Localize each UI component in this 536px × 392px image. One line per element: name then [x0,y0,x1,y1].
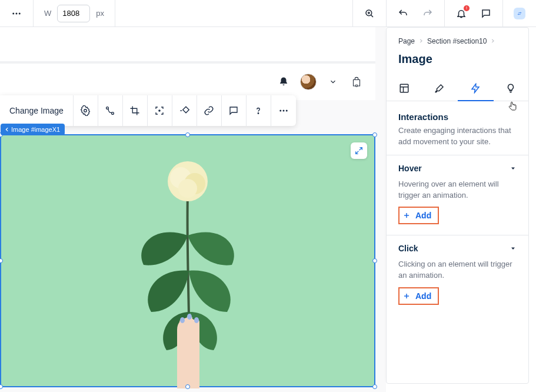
ellipsis-icon [11,8,22,19]
selected-image[interactable] [0,134,375,387]
width-label: W [44,9,51,18]
comment-icon [228,105,239,116]
floating-toolbar: Change Image [0,95,296,126]
link-icon [204,105,214,116]
add-click-highlight: Add [398,287,439,305]
canvas-top-gap [0,27,375,64]
tab-design[interactable] [422,75,457,101]
help-button[interactable] [247,95,271,126]
focal-icon [154,105,165,116]
svg-point-0 [12,12,14,14]
link-button[interactable] [197,95,222,126]
caret-down-icon [510,165,517,172]
svg-point-2 [19,12,21,14]
svg-marker-33 [511,248,515,250]
more-menu[interactable] [0,0,34,26]
svg-point-12 [258,113,259,114]
tab-interactions[interactable] [458,75,493,101]
add-hover-button[interactable]: Add [400,208,437,222]
resize-handle[interactable] [185,384,190,389]
help-icon [253,105,264,116]
svg-rect-11 [183,107,189,113]
account-menu[interactable] [327,76,339,88]
crop-icon [129,105,140,116]
trigger-hover: Hover Hovering over an element will trig… [387,155,528,235]
resize-handle[interactable] [372,258,377,263]
comm-controls: ! [444,0,502,26]
inspector-panel: Page Section #section10 Image Interactio… [386,27,529,384]
site-header: 0 [0,64,375,100]
width-unit: px [96,9,104,18]
svg-point-15 [286,110,288,112]
zoom-in-icon [364,8,375,19]
svg-point-25 [194,317,199,323]
svg-marker-30 [511,167,515,170]
focal-point-button[interactable] [148,95,172,126]
svg-point-7 [84,109,87,112]
width-input[interactable] [57,5,90,22]
svg-marker-29 [472,84,479,92]
undo-button[interactable] [397,8,409,19]
site-bell-icon[interactable] [278,76,289,88]
breadcrumb-item[interactable]: Page [398,37,415,45]
trigger-description: Clicking on an element will trigger an a… [398,259,517,281]
settings-button[interactable] [74,95,98,126]
comment-tool-button[interactable] [222,95,247,126]
crop-button[interactable] [123,95,148,126]
trigger-toggle[interactable]: Click [398,244,517,253]
chevron-right-icon [490,37,495,45]
svg-point-19 [178,179,197,198]
change-image-button[interactable]: Change Image [0,95,74,126]
selection-tag-label: Image #imageX1 [11,126,60,133]
resize-handle[interactable] [372,384,377,389]
expand-icon [354,146,364,155]
add-label: Add [415,211,431,220]
plus-icon [402,292,411,300]
resize-handle[interactable] [0,258,3,263]
mask-button[interactable] [172,95,197,126]
breadcrumb-item[interactable]: Section #section10 [427,37,487,45]
canvas-area: 0 Change Image [0,27,386,392]
switch-icon [514,8,525,19]
chevron-left-icon [4,127,10,132]
cart-count: 0 [355,83,358,88]
add-click-button[interactable]: Add [400,289,437,303]
breadcrumb: Page Section #section10 [387,28,528,49]
change-image-label: Change Image [9,106,64,115]
zoom-button[interactable] [352,0,386,26]
cart-button[interactable]: 0 [349,74,364,89]
lightning-icon [470,83,481,94]
svg-point-10 [159,110,160,111]
svg-rect-21 [187,315,192,346]
more-tools-button[interactable] [271,95,296,126]
tab-tips[interactable] [493,75,528,101]
svg-point-1 [16,12,18,14]
caret-down-icon [510,245,517,252]
switch-mode[interactable] [502,0,536,26]
selection-tag[interactable]: Image #imageX1 [1,124,65,135]
svg-line-4 [371,15,373,16]
topbar-left: W px [0,0,115,26]
trigger-name: Click [398,244,418,253]
comments-button[interactable] [480,8,492,19]
plus-icon [402,211,411,220]
tab-layout[interactable] [387,75,422,101]
image-content [111,135,264,388]
resize-handle[interactable] [185,132,190,137]
trigger-description: Hovering over an element will trigger an… [398,179,517,201]
ellipsis-icon [278,105,289,116]
add-label: Add [415,291,431,301]
svg-point-8 [106,107,109,109]
svg-point-9 [112,112,114,115]
expand-button[interactable] [351,142,367,159]
mask-icon [179,105,189,116]
resize-handle[interactable] [372,132,377,137]
avatar[interactable] [300,74,317,90]
interactions-section: Interactions Create engaging interaction… [387,101,528,155]
notifications-button[interactable]: ! [455,8,467,19]
trigger-toggle[interactable]: Hover [398,164,517,173]
redo-button[interactable] [422,8,434,19]
resize-handle[interactable] [0,384,3,389]
chevron-down-icon [329,78,337,86]
animation-button[interactable] [98,95,123,126]
